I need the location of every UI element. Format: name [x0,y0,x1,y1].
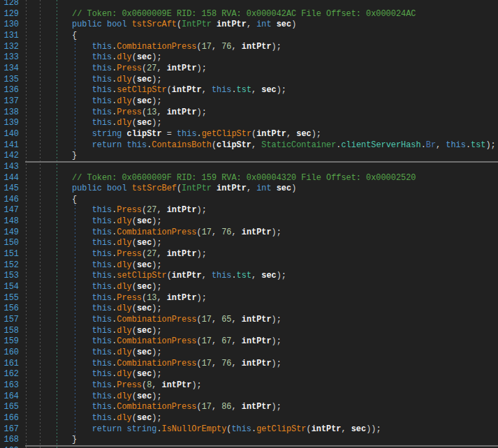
line-number[interactable]: 133 [0,52,19,64]
code-line[interactable]: 164 this.dly(sec); [0,391,498,403]
code-token: , [212,402,221,412]
code-text: return this.ContainsBoth(clipStr, Static… [32,140,496,151]
code-line[interactable]: 157 this.CombinationPress(17, 65, intPtr… [0,315,498,326]
line-number[interactable]: 163 [0,380,19,391]
line-number[interactable]: 129 [0,9,19,20]
code-line[interactable]: 162 this.dly(sec); [0,369,498,380]
line-number[interactable]: 148 [0,216,19,227]
code-line[interactable]: 156 this.dly(sec); [0,304,498,315]
line-number[interactable]: 135 [0,75,19,86]
line-number[interactable]: 165 [0,402,19,413]
code-line[interactable]: 168 } [0,435,498,446]
code-token: ( [132,413,137,423]
line-number[interactable]: 128 [0,0,19,9]
code-line[interactable]: 147 this.Press(27, intPtr); [0,205,498,216]
code-line[interactable]: 150 this.dly(sec); [0,238,498,249]
code-line[interactable]: 139 this.dly(sec); [0,118,498,129]
code-line[interactable]: 146 { [0,195,498,206]
line-number[interactable]: 167 [0,424,19,435]
line-number[interactable]: 137 [0,96,19,107]
line-number[interactable]: 149 [0,227,19,239]
line-number[interactable]: 159 [0,336,19,348]
line-number[interactable]: 141 [0,140,19,151]
line-number[interactable]: 147 [0,205,19,216]
code-token: tstSrcAft [132,20,177,29]
code-token: this [32,96,112,106]
decompiled-code-editor[interactable]: 128129 // Token: 0x0600009E RID: 158 RVA… [0,0,498,448]
code-line[interactable]: 137 this.dly(sec); [0,96,498,107]
line-number[interactable]: 130 [0,20,19,31]
code-line[interactable]: 160 this.dly(sec); [0,348,498,359]
line-number[interactable]: 145 [0,184,19,195]
code-token: sec [137,260,152,270]
code-line[interactable]: 166 this.dly(sec); [0,413,498,424]
line-number[interactable]: 156 [0,304,19,315]
line-number[interactable]: 164 [0,391,19,403]
line-number[interactable]: 157 [0,315,19,326]
code-token: this [177,129,197,139]
code-line[interactable]: 142 } [0,151,498,162]
code-line[interactable]: 161 this.CombinationPress(17, 76, intPtr… [0,359,498,370]
code-line[interactable]: 153 this.setClipStr(intPtr, this.tst, se… [0,271,498,282]
code-token: 17 [202,336,212,346]
code-token: } [32,151,77,160]
code-token: ); [272,227,281,237]
code-token: dly [117,282,131,292]
code-line[interactable]: 128 [0,0,498,9]
code-token: , [251,140,261,150]
code-line[interactable]: 152 this.dly(sec); [0,260,498,271]
code-line[interactable]: 131 { [0,31,498,42]
code-line[interactable]: 155 this.Press(13, intPtr); [0,293,498,304]
code-line[interactable]: 140 string clipStr = this.getClipStr(int… [0,129,498,140]
line-number[interactable]: 150 [0,238,19,249]
line-number[interactable]: 139 [0,118,19,129]
code-line[interactable]: 134 this.Press(27, intPtr); [0,64,498,75]
line-number[interactable]: 158 [0,326,19,337]
code-line[interactable]: 136 this.setClipStr(intPtr, this.tst, se… [0,85,498,96]
code-line[interactable]: 167 return string.IsNullOrEmpty(this.get… [0,424,498,435]
code-line[interactable]: 159 this.CombinationPress(17, 67, intPtr… [0,336,498,348]
code-line[interactable]: 145 public bool tstSrcBef(IntPtr intPtr,… [0,184,498,195]
line-number[interactable]: 142 [0,151,19,162]
line-number[interactable]: 153 [0,271,19,282]
code-line[interactable]: 144 // Token: 0x0600009F RID: 159 RVA: 0… [0,173,498,184]
code-line[interactable]: 148 this.dly(sec); [0,216,498,227]
line-number[interactable]: 131 [0,31,19,42]
line-number[interactable]: 140 [0,129,19,140]
line-number[interactable]: 155 [0,293,19,304]
line-number[interactable]: 152 [0,260,19,271]
line-number[interactable]: 143 [0,162,19,173]
code-token: , [341,424,351,434]
code-line[interactable]: 141 return this.ContainsBoth(clipStr, St… [0,140,498,151]
line-number[interactable]: 162 [0,369,19,380]
code-line[interactable]: 151 this.Press(27, intPtr); [0,249,498,260]
code-line[interactable]: 129 // Token: 0x0600009E RID: 158 RVA: 0… [0,9,498,20]
code-line[interactable]: 163 this.Press(8, intPtr); [0,380,498,391]
line-number[interactable]: 154 [0,282,19,293]
line-number[interactable]: 136 [0,85,19,96]
line-number[interactable]: 166 [0,413,19,424]
line-number[interactable]: 161 [0,359,19,370]
code-line[interactable]: 143 [0,162,498,173]
line-number[interactable]: 160 [0,348,19,359]
line-number[interactable]: 144 [0,173,19,184]
code-line[interactable]: 158 this.dly(sec); [0,326,498,337]
code-token: this [32,85,112,95]
line-number[interactable]: 146 [0,195,19,206]
code-line[interactable]: 130 public bool tstSrcAft(IntPtr intPtr,… [0,20,498,31]
code-line[interactable]: 138 this.Press(13, intPtr); [0,107,498,119]
code-line[interactable]: 133 this.dly(sec); [0,52,498,64]
line-number[interactable]: 138 [0,107,19,119]
line-number[interactable]: 132 [0,42,19,53]
code-line[interactable]: 132 this.CombinationPress(17, 76, intPtr… [0,42,498,53]
code-line[interactable]: 149 this.CombinationPress(17, 76, intPtr… [0,227,498,239]
line-number[interactable]: 134 [0,64,19,75]
code-line[interactable]: 154 this.dly(sec); [0,282,498,293]
code-line[interactable]: 165 this.CombinationPress(17, 86, intPtr… [0,402,498,413]
line-number[interactable]: 151 [0,249,19,260]
method-separator [25,445,498,447]
line-number[interactable]: 168 [0,435,19,446]
code-token: this [32,107,112,117]
code-token: sec [137,391,152,401]
code-line[interactable]: 135 this.dly(sec); [0,75,498,86]
